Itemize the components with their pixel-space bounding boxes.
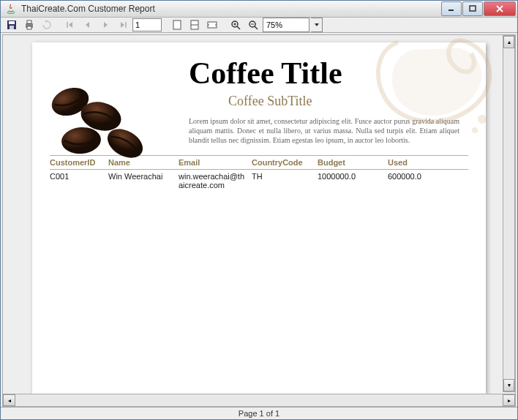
- horizontal-scrollbar[interactable]: ◂ ▸: [3, 394, 515, 406]
- svg-rect-7: [10, 26, 14, 29]
- svg-rect-13: [173, 20, 181, 29]
- scroll-up-button[interactable]: ▴: [503, 36, 514, 48]
- report-page: Coffee Title Coffee SubTitle Lorem ipsum…: [32, 42, 486, 394]
- scroll-down-button[interactable]: ▾: [503, 379, 514, 391]
- maximize-button[interactable]: [462, 1, 483, 16]
- svg-rect-6: [9, 21, 15, 24]
- cell-email: win.weerachai@thaicreate.com: [179, 172, 252, 190]
- svg-rect-10: [27, 26, 31, 29]
- window-title: ThaiCreate.Com Customer Report: [21, 4, 440, 14]
- coffee-beans-image: [48, 83, 173, 171]
- minimize-button[interactable]: [441, 1, 462, 16]
- scroll-right-button[interactable]: ▸: [503, 394, 515, 406]
- vertical-scrollbar[interactable]: ▴ ▾: [503, 35, 515, 392]
- zoom-out-button[interactable]: [245, 18, 261, 32]
- svg-line-22: [255, 26, 258, 29]
- table-row: C001 Win Weerachai win.weerachai@thaicre…: [50, 170, 468, 192]
- scroll-left-button[interactable]: ◂: [3, 394, 15, 406]
- cell-customerid: C001: [50, 172, 108, 190]
- page-indicator: Page 1 of 1: [239, 409, 279, 418]
- zoom-in-button[interactable]: [228, 18, 244, 32]
- svg-rect-2: [470, 6, 476, 11]
- app-window: ThaiCreate.Com Customer Report 75%: [0, 0, 518, 420]
- svg-point-24: [478, 115, 487, 124]
- col-used: Used: [388, 158, 446, 167]
- fit-width-button[interactable]: [204, 18, 220, 32]
- save-button[interactable]: [4, 18, 20, 32]
- zoom-combo[interactable]: 75%: [263, 18, 309, 32]
- svg-rect-9: [27, 20, 31, 23]
- svg-point-28: [61, 126, 102, 156]
- status-bar: Page 1 of 1: [1, 407, 517, 419]
- svg-line-18: [237, 26, 240, 29]
- next-page-button[interactable]: [97, 18, 113, 32]
- col-budget: Budget: [318, 158, 388, 167]
- vscroll-track[interactable]: [503, 48, 514, 379]
- page-number-input[interactable]: [132, 18, 162, 31]
- canvas-area[interactable]: Coffee Title Coffee SubTitle Lorem ipsum…: [3, 35, 515, 394]
- col-email: Email: [179, 158, 252, 167]
- svg-point-0: [7, 12, 15, 14]
- report-viewer: Coffee Title Coffee SubTitle Lorem ipsum…: [1, 33, 517, 407]
- prev-page-button[interactable]: [80, 18, 96, 32]
- toolbar: 75%: [1, 18, 517, 33]
- actual-size-button[interactable]: [169, 18, 185, 32]
- hscroll-track[interactable]: [15, 394, 503, 406]
- coffee-stain-image: [369, 35, 500, 145]
- reload-button[interactable]: [39, 18, 55, 32]
- col-countrycode: CountryCode: [252, 158, 318, 167]
- fit-page-button[interactable]: [187, 18, 203, 32]
- last-page-button[interactable]: [115, 18, 131, 32]
- cell-countrycode: TH: [252, 172, 318, 190]
- java-icon: [5, 3, 17, 15]
- cell-used: 600000.0: [388, 172, 446, 190]
- print-button[interactable]: [21, 18, 37, 32]
- svg-point-25: [472, 127, 478, 133]
- cell-budget: 1000000.0: [318, 172, 388, 190]
- cell-name: Win Weerachai: [108, 172, 179, 190]
- zoom-dropdown-button[interactable]: [311, 18, 323, 32]
- titlebar: ThaiCreate.Com Customer Report: [1, 1, 517, 18]
- first-page-button[interactable]: [62, 18, 78, 32]
- close-button[interactable]: [484, 1, 516, 16]
